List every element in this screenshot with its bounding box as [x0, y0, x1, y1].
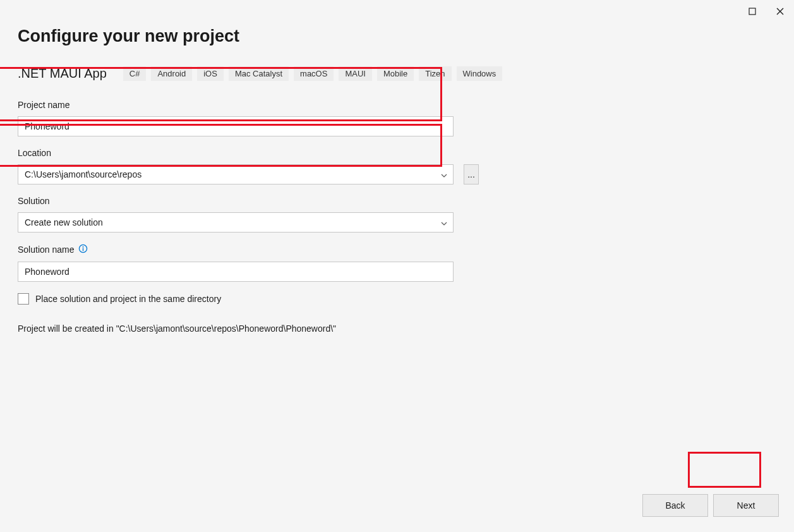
tag-android: Android [151, 66, 192, 81]
tag-maui: MAUI [339, 66, 372, 81]
location-input[interactable] [18, 164, 454, 184]
solution-block: Solution Create new solution [18, 196, 479, 233]
project-name-block: Project name [18, 100, 479, 136]
same-directory-checkbox[interactable] [18, 293, 29, 305]
tag-windows: Windows [457, 66, 503, 81]
same-directory-label: Place solution and project in the same d… [35, 294, 221, 304]
solution-name-block: Solution name [18, 244, 479, 282]
location-label: Location [18, 148, 479, 158]
tag-csharp: C# [123, 66, 147, 81]
tag-mobile: Mobile [377, 66, 414, 81]
highlight-next-button [688, 452, 761, 488]
same-directory-row[interactable]: Place solution and project in the same d… [18, 293, 776, 305]
template-name: .NET MAUI App [18, 66, 107, 81]
svg-rect-5 [82, 248, 83, 251]
solution-name-label: Solution name [18, 244, 479, 255]
tag-tizen: Tizen [419, 66, 451, 81]
next-button[interactable]: Next [713, 494, 779, 517]
project-name-label: Project name [18, 100, 479, 110]
solution-name-label-text: Solution name [18, 245, 75, 255]
tag-ios: iOS [197, 66, 224, 81]
back-button[interactable]: Back [642, 494, 708, 517]
info-icon[interactable] [78, 244, 88, 255]
solution-select-value: Create new solution [25, 217, 103, 227]
creation-path-text: Project will be created in "C:\Users\jam… [18, 323, 776, 334]
template-row: .NET MAUI App C# Android iOS Mac Catalys… [18, 66, 776, 81]
page-title: Configure your new project [18, 27, 776, 46]
tag-macos: macOS [294, 66, 334, 81]
location-block: Location ... [18, 148, 479, 184]
browse-button[interactable]: ... [464, 164, 479, 184]
solution-select[interactable]: Create new solution [18, 212, 454, 233]
tag-mac-catalyst: Mac Catalyst [229, 66, 289, 81]
svg-point-4 [82, 246, 83, 248]
solution-label: Solution [18, 196, 479, 206]
solution-name-input[interactable] [18, 262, 454, 282]
project-name-input[interactable] [18, 116, 454, 136]
